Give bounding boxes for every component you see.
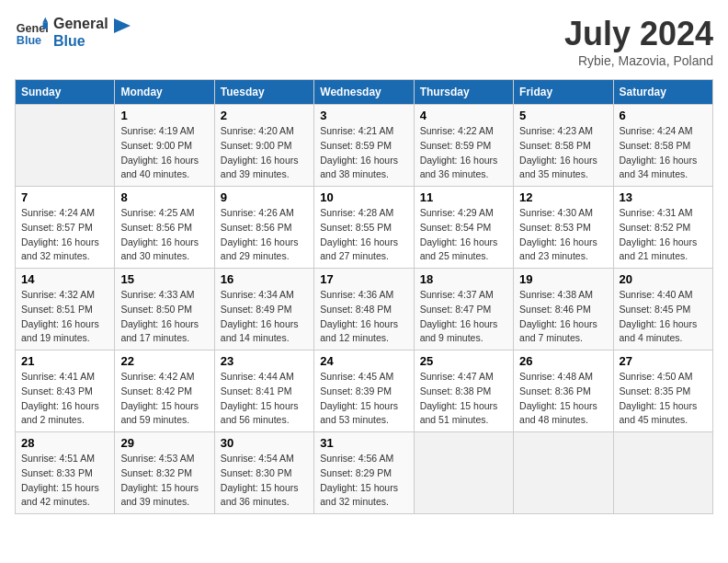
day-info: Sunrise: 4:34 AM Sunset: 8:49 PM Dayligh…	[221, 288, 308, 346]
logo-blue: Blue	[53, 32, 108, 50]
day-number: 16	[221, 272, 308, 286]
day-info: Sunrise: 4:24 AM Sunset: 8:58 PM Dayligh…	[620, 124, 707, 182]
title-block: July 2024 Rybie, Mazovia, Poland	[564, 15, 713, 68]
day-number: 19	[519, 272, 607, 286]
calendar-cell: 8Sunrise: 4:25 AM Sunset: 8:56 PM Daylig…	[115, 187, 214, 269]
calendar-cell: 30Sunrise: 4:54 AM Sunset: 8:30 PM Dayli…	[214, 432, 313, 514]
day-number: 11	[420, 190, 507, 204]
calendar-cell: 16Sunrise: 4:34 AM Sunset: 8:49 PM Dayli…	[214, 269, 313, 350]
day-info: Sunrise: 4:28 AM Sunset: 8:55 PM Dayligh…	[320, 206, 407, 264]
logo: General Blue General Blue	[15, 15, 132, 50]
calendar-cell: 24Sunrise: 4:45 AM Sunset: 8:39 PM Dayli…	[314, 350, 414, 432]
calendar-cell	[414, 432, 513, 514]
day-number: 30	[221, 436, 308, 450]
day-info: Sunrise: 4:54 AM Sunset: 8:30 PM Dayligh…	[221, 452, 308, 510]
day-number: 24	[320, 354, 407, 368]
logo-icon: General Blue	[15, 16, 48, 49]
day-info: Sunrise: 4:22 AM Sunset: 8:59 PM Dayligh…	[420, 124, 507, 182]
weekday-header-sunday: Sunday	[16, 80, 115, 105]
day-number: 29	[120, 436, 208, 450]
svg-marker-3	[43, 22, 48, 29]
calendar-cell: 27Sunrise: 4:50 AM Sunset: 8:35 PM Dayli…	[613, 350, 712, 432]
weekday-header-tuesday: Tuesday	[214, 80, 313, 105]
calendar-cell: 19Sunrise: 4:38 AM Sunset: 8:46 PM Dayli…	[514, 269, 613, 350]
day-number: 5	[519, 109, 607, 122]
day-number: 13	[620, 190, 707, 204]
day-info: Sunrise: 4:30 AM Sunset: 8:53 PM Dayligh…	[519, 206, 607, 264]
weekday-header-row: SundayMondayTuesdayWednesdayThursdayFrid…	[16, 80, 713, 105]
day-number: 8	[120, 190, 208, 204]
location-subtitle: Rybie, Mazovia, Poland	[564, 53, 713, 68]
day-number: 4	[420, 109, 507, 122]
day-info: Sunrise: 4:38 AM Sunset: 8:46 PM Dayligh…	[519, 288, 607, 346]
calendar-cell: 11Sunrise: 4:29 AM Sunset: 8:54 PM Dayli…	[414, 187, 513, 269]
day-number: 10	[320, 190, 407, 204]
day-number: 18	[420, 272, 507, 286]
day-number: 23	[221, 354, 308, 368]
day-info: Sunrise: 4:24 AM Sunset: 8:57 PM Dayligh…	[21, 206, 108, 264]
calendar-cell: 17Sunrise: 4:36 AM Sunset: 8:48 PM Dayli…	[314, 269, 414, 350]
day-info: Sunrise: 4:50 AM Sunset: 8:35 PM Dayligh…	[620, 370, 707, 428]
calendar-cell: 23Sunrise: 4:44 AM Sunset: 8:41 PM Dayli…	[214, 350, 313, 432]
day-info: Sunrise: 4:32 AM Sunset: 8:51 PM Dayligh…	[21, 288, 108, 346]
day-number: 20	[620, 272, 707, 286]
day-info: Sunrise: 4:29 AM Sunset: 8:54 PM Dayligh…	[420, 206, 507, 264]
calendar-cell: 22Sunrise: 4:42 AM Sunset: 8:42 PM Dayli…	[115, 350, 214, 432]
weekday-header-thursday: Thursday	[414, 80, 513, 105]
calendar-cell: 12Sunrise: 4:30 AM Sunset: 8:53 PM Dayli…	[514, 187, 613, 269]
calendar-table: SundayMondayTuesdayWednesdayThursdayFrid…	[15, 79, 713, 514]
day-info: Sunrise: 4:33 AM Sunset: 8:50 PM Dayligh…	[120, 288, 208, 346]
day-number: 17	[320, 272, 407, 286]
day-info: Sunrise: 4:51 AM Sunset: 8:33 PM Dayligh…	[21, 452, 108, 510]
day-number: 31	[320, 436, 407, 450]
day-number: 3	[320, 109, 407, 122]
calendar-cell: 21Sunrise: 4:41 AM Sunset: 8:43 PM Dayli…	[16, 350, 115, 432]
day-info: Sunrise: 4:45 AM Sunset: 8:39 PM Dayligh…	[320, 370, 407, 428]
svg-text:Blue: Blue	[17, 34, 41, 47]
calendar-cell: 3Sunrise: 4:21 AM Sunset: 8:59 PM Daylig…	[314, 105, 414, 187]
day-number: 1	[120, 109, 208, 122]
logo-flag-icon	[114, 18, 132, 46]
calendar-cell: 13Sunrise: 4:31 AM Sunset: 8:52 PM Dayli…	[613, 187, 712, 269]
day-number: 14	[21, 272, 108, 286]
calendar-cell: 2Sunrise: 4:20 AM Sunset: 9:00 PM Daylig…	[214, 105, 313, 187]
calendar-cell: 18Sunrise: 4:37 AM Sunset: 8:47 PM Dayli…	[414, 269, 513, 350]
day-number: 2	[221, 109, 308, 122]
day-number: 28	[21, 436, 108, 450]
calendar-cell: 14Sunrise: 4:32 AM Sunset: 8:51 PM Dayli…	[16, 269, 115, 350]
calendar-cell: 4Sunrise: 4:22 AM Sunset: 8:59 PM Daylig…	[414, 105, 513, 187]
month-title: July 2024	[564, 15, 713, 53]
calendar-cell: 10Sunrise: 4:28 AM Sunset: 8:55 PM Dayli…	[314, 187, 414, 269]
calendar-week-1: 1Sunrise: 4:19 AM Sunset: 9:00 PM Daylig…	[16, 105, 713, 187]
calendar-cell: 26Sunrise: 4:48 AM Sunset: 8:36 PM Dayli…	[514, 350, 613, 432]
day-info: Sunrise: 4:37 AM Sunset: 8:47 PM Dayligh…	[420, 288, 507, 346]
day-info: Sunrise: 4:42 AM Sunset: 8:42 PM Dayligh…	[120, 370, 208, 428]
day-info: Sunrise: 4:20 AM Sunset: 9:00 PM Dayligh…	[221, 124, 308, 182]
calendar-week-4: 21Sunrise: 4:41 AM Sunset: 8:43 PM Dayli…	[16, 350, 713, 432]
day-number: 21	[21, 354, 108, 368]
calendar-cell: 15Sunrise: 4:33 AM Sunset: 8:50 PM Dayli…	[115, 269, 214, 350]
day-info: Sunrise: 4:19 AM Sunset: 9:00 PM Dayligh…	[120, 124, 208, 182]
calendar-cell: 31Sunrise: 4:56 AM Sunset: 8:29 PM Dayli…	[314, 432, 414, 514]
svg-marker-4	[114, 18, 131, 33]
day-info: Sunrise: 4:40 AM Sunset: 8:45 PM Dayligh…	[620, 288, 707, 346]
svg-marker-2	[43, 17, 48, 22]
calendar-cell	[514, 432, 613, 514]
calendar-cell: 6Sunrise: 4:24 AM Sunset: 8:58 PM Daylig…	[613, 105, 712, 187]
day-info: Sunrise: 4:53 AM Sunset: 8:32 PM Dayligh…	[120, 452, 208, 510]
calendar-cell: 28Sunrise: 4:51 AM Sunset: 8:33 PM Dayli…	[16, 432, 115, 514]
calendar-week-2: 7Sunrise: 4:24 AM Sunset: 8:57 PM Daylig…	[16, 187, 713, 269]
day-info: Sunrise: 4:44 AM Sunset: 8:41 PM Dayligh…	[221, 370, 308, 428]
day-info: Sunrise: 4:25 AM Sunset: 8:56 PM Dayligh…	[120, 206, 208, 264]
day-info: Sunrise: 4:48 AM Sunset: 8:36 PM Dayligh…	[519, 370, 607, 428]
calendar-cell: 25Sunrise: 4:47 AM Sunset: 8:38 PM Dayli…	[414, 350, 513, 432]
calendar-cell: 7Sunrise: 4:24 AM Sunset: 8:57 PM Daylig…	[16, 187, 115, 269]
day-number: 12	[519, 190, 607, 204]
day-number: 15	[120, 272, 208, 286]
calendar-cell	[16, 105, 115, 187]
day-info: Sunrise: 4:23 AM Sunset: 8:58 PM Dayligh…	[519, 124, 607, 182]
weekday-header-friday: Friday	[514, 80, 613, 105]
calendar-cell: 20Sunrise: 4:40 AM Sunset: 8:45 PM Dayli…	[613, 269, 712, 350]
calendar-cell	[613, 432, 712, 514]
day-number: 7	[21, 190, 108, 204]
